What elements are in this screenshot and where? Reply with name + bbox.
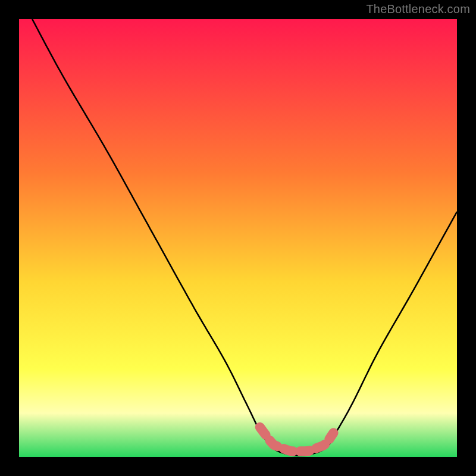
curve-line: [32, 19, 457, 456]
bottleneck-curve: [19, 19, 457, 457]
optimal-range-marker: [260, 427, 334, 451]
chart-frame: TheBottleneck.com: [0, 0, 476, 476]
plot-area: [19, 19, 457, 457]
attribution-label: TheBottleneck.com: [366, 2, 470, 16]
